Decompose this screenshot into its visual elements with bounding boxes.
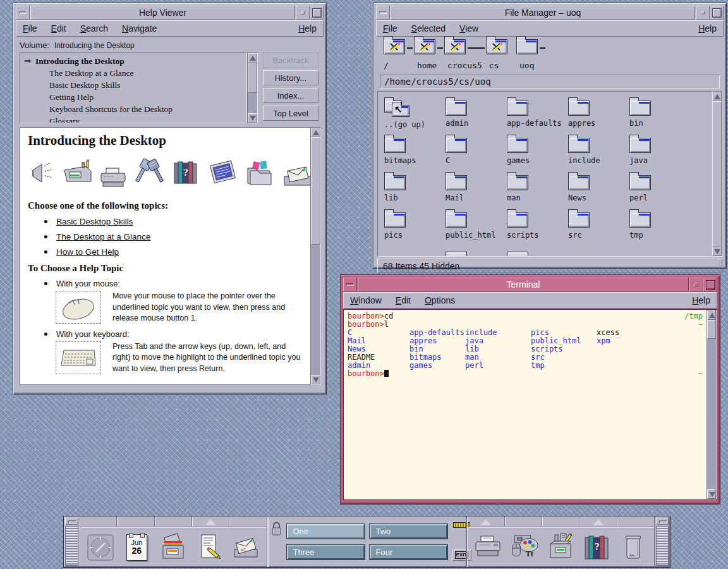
workspace-one-button[interactable]: One xyxy=(287,524,365,539)
link-basic-desktop-skills[interactable]: Basic Desktop Skills xyxy=(56,217,133,226)
lock-icon[interactable] xyxy=(271,522,282,536)
menu-edit[interactable]: Edit xyxy=(396,295,411,305)
trash-control[interactable] xyxy=(617,532,649,563)
folder-grid-scrollbar[interactable] xyxy=(712,91,722,257)
folder-item[interactable]: bin xyxy=(629,101,691,138)
folder-item[interactable]: tmp xyxy=(629,212,691,250)
scroll-down-arrow[interactable] xyxy=(712,247,722,256)
subpanel-tab[interactable] xyxy=(80,517,117,527)
maximize-button[interactable] xyxy=(710,6,724,20)
folder-item[interactable]: man xyxy=(507,175,568,212)
scroll-up-arrow[interactable] xyxy=(712,92,722,101)
scroll-down-arrow[interactable] xyxy=(311,375,320,384)
subpanel-tab[interactable] xyxy=(117,517,154,527)
topic-item[interactable]: Keyboard Shortcuts for the Desktop xyxy=(24,103,246,115)
folder-item[interactable]: games xyxy=(507,138,568,175)
folder-item-go-up[interactable]: ↖ ..(go up) xyxy=(384,101,446,138)
folder-item[interactable]: News xyxy=(568,175,629,212)
mail-control[interactable] xyxy=(230,532,262,563)
maximize-button[interactable] xyxy=(703,278,717,291)
topic-list-scrollbar[interactable] xyxy=(247,52,258,123)
topic-current[interactable]: ⇒Introducing the Desktop xyxy=(24,55,246,67)
workspace-four-button[interactable]: Four xyxy=(370,545,447,560)
subpanel-arrow-icon[interactable] xyxy=(481,519,491,525)
index-button[interactable]: Index... xyxy=(263,88,318,103)
backtrack-button[interactable]: Backtrack xyxy=(263,52,318,68)
scroll-thumb[interactable] xyxy=(311,137,320,245)
terminal-titlebar[interactable]: Terminal xyxy=(343,278,717,291)
subpanel-tab[interactable] xyxy=(505,517,542,527)
scroll-down-arrow[interactable] xyxy=(707,489,716,499)
folder-item[interactable]: perl xyxy=(629,175,691,212)
style-manager-control[interactable]: Tt xyxy=(509,532,540,563)
minimize-button[interactable] xyxy=(689,278,703,291)
menu-window[interactable]: Window xyxy=(350,295,382,305)
help-manager-control[interactable]: ? xyxy=(581,532,613,563)
window-menu-button[interactable] xyxy=(343,278,357,291)
menu-navigate[interactable]: Navigate xyxy=(122,23,157,34)
folder-item[interactable]: appres xyxy=(568,101,629,138)
topic-item[interactable]: Getting Help xyxy=(24,91,246,103)
folder-item[interactable]: C xyxy=(446,138,507,175)
folder-item[interactable]: Mail xyxy=(446,175,507,212)
topic-tree[interactable]: ⇒Introducing the Desktop The Desktop at … xyxy=(20,52,247,123)
terminal-scrollbar[interactable] xyxy=(707,310,717,499)
workspace-two-button[interactable]: Two xyxy=(370,524,447,539)
help-viewer-titlebar[interactable]: Help Viewer xyxy=(16,6,324,20)
clock-control[interactable] xyxy=(85,532,116,563)
folder-item[interactable]: admin xyxy=(446,101,507,138)
panel-right-grip[interactable] xyxy=(654,517,670,567)
subpanel-tab[interactable] xyxy=(192,517,229,527)
path-folder-home[interactable] xyxy=(414,39,437,56)
scroll-up-arrow[interactable] xyxy=(311,128,320,137)
panel-minimize-handle[interactable] xyxy=(656,518,669,525)
subpanel-arrow-icon[interactable] xyxy=(593,519,604,525)
menu-help[interactable]: Help xyxy=(298,23,317,34)
path-folder-uoq[interactable] xyxy=(516,39,539,56)
minimize-button[interactable] xyxy=(696,6,710,20)
maximize-button[interactable] xyxy=(310,6,324,20)
menu-help[interactable]: Help xyxy=(692,295,710,305)
window-menu-button[interactable] xyxy=(16,6,30,20)
file-manager-control[interactable] xyxy=(157,532,189,563)
folder-item[interactable]: scripts xyxy=(507,212,568,250)
printer-control[interactable] xyxy=(472,532,504,563)
link-how-to-get-help[interactable]: How to Get Help xyxy=(56,247,119,257)
workspace-three-button[interactable]: Three xyxy=(287,545,365,560)
scroll-thumb[interactable] xyxy=(707,320,716,339)
folder-item[interactable]: public_html xyxy=(446,212,507,250)
text-editor-control[interactable] xyxy=(193,532,225,563)
menu-file[interactable]: File xyxy=(383,23,397,34)
panel-minimize-handle[interactable] xyxy=(65,518,78,525)
menu-view[interactable]: View xyxy=(459,23,478,34)
subpanel-tab[interactable] xyxy=(579,517,617,527)
menu-selected[interactable]: Selected xyxy=(411,23,446,34)
topic-item[interactable]: Glossary xyxy=(24,115,246,123)
calendar-control[interactable]: Jun 26 xyxy=(121,532,152,563)
window-menu-button[interactable] xyxy=(376,6,390,20)
history-button[interactable]: History... xyxy=(263,70,318,85)
menu-file[interactable]: File xyxy=(23,23,37,34)
content-scrollbar[interactable] xyxy=(310,127,321,385)
menu-help[interactable]: Help xyxy=(698,23,717,34)
topic-item[interactable]: The Desktop at a Glance xyxy=(24,67,246,79)
folder-item[interactable]: pics xyxy=(384,212,446,250)
applications-control[interactable] xyxy=(545,532,576,563)
path-field[interactable] xyxy=(380,75,720,89)
terminal-screen[interactable]: bourbon>cd/tmp bourbon>l~ Capp-defaultsi… xyxy=(344,310,707,499)
panel-left-grip[interactable] xyxy=(64,517,80,567)
path-folder-root[interactable] xyxy=(384,39,406,56)
path-folder-cs[interactable] xyxy=(486,39,509,56)
topic-item[interactable]: Basic Desktop Skills xyxy=(24,79,246,91)
subpanel-tab[interactable] xyxy=(617,517,654,527)
path-folder-crocus5[interactable] xyxy=(444,39,467,56)
menu-search[interactable]: Search xyxy=(80,23,108,34)
scroll-up-arrow[interactable] xyxy=(707,310,716,320)
top-level-button[interactable]: Top Level xyxy=(263,106,318,121)
subpanel-tab[interactable] xyxy=(542,517,579,527)
subpanel-tab[interactable] xyxy=(155,517,192,527)
scroll-up-arrow[interactable] xyxy=(248,53,257,63)
folder-item[interactable]: lib xyxy=(384,175,446,212)
menu-edit[interactable]: Edit xyxy=(51,23,66,34)
scroll-thumb[interactable] xyxy=(248,63,257,93)
